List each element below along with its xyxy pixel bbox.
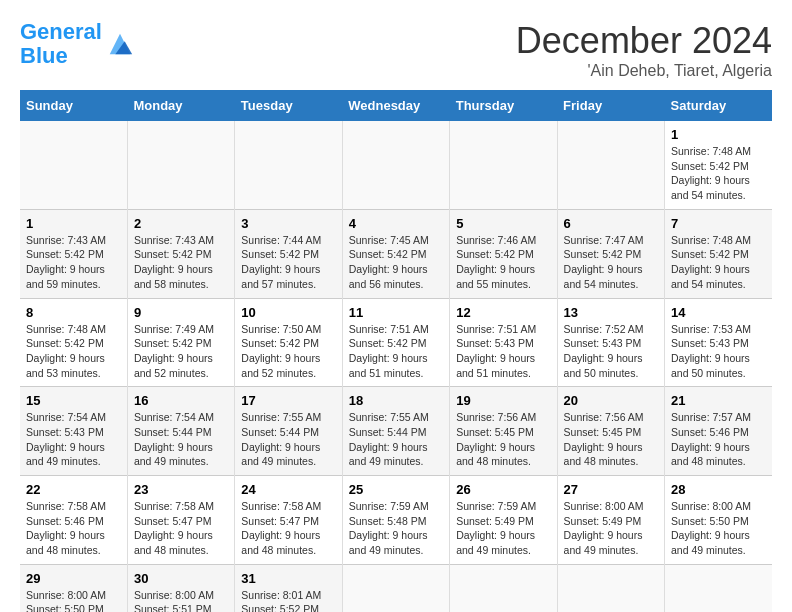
day-info: Sunrise: 7:51 AMSunset: 5:43 PMDaylight:… [456,323,536,379]
logo-icon [106,30,134,58]
calendar-cell: 31 Sunrise: 8:01 AMSunset: 5:52 PMDaylig… [235,564,342,612]
day-number: 24 [241,482,335,497]
calendar-cell: 4 Sunrise: 7:45 AMSunset: 5:42 PMDayligh… [342,209,449,298]
location-title: 'Ain Deheb, Tiaret, Algeria [516,62,772,80]
calendar-cell: 20 Sunrise: 7:56 AMSunset: 5:45 PMDaylig… [557,387,664,476]
weekday-header-wednesday: Wednesday [342,90,449,121]
calendar-cell [20,121,127,209]
weekday-header-sunday: Sunday [20,90,127,121]
calendar-cell [665,564,772,612]
calendar-cell: 11 Sunrise: 7:51 AMSunset: 5:42 PMDaylig… [342,298,449,387]
calendar-cell: 30 Sunrise: 8:00 AMSunset: 5:51 PMDaylig… [127,564,234,612]
calendar-cell: 28 Sunrise: 8:00 AMSunset: 5:50 PMDaylig… [665,476,772,565]
calendar-cell: 1 Sunrise: 7:43 AMSunset: 5:42 PMDayligh… [20,209,127,298]
day-number: 13 [564,305,658,320]
day-info: Sunrise: 7:55 AMSunset: 5:44 PMDaylight:… [349,411,429,467]
day-info: Sunrise: 7:58 AMSunset: 5:46 PMDaylight:… [26,500,106,556]
day-info: Sunrise: 7:54 AMSunset: 5:44 PMDaylight:… [134,411,214,467]
day-info: Sunrise: 7:58 AMSunset: 5:47 PMDaylight:… [134,500,214,556]
day-number: 31 [241,571,335,586]
day-info: Sunrise: 7:56 AMSunset: 5:45 PMDaylight:… [564,411,644,467]
day-info: Sunrise: 7:59 AMSunset: 5:48 PMDaylight:… [349,500,429,556]
day-info: Sunrise: 7:52 AMSunset: 5:43 PMDaylight:… [564,323,644,379]
page-header: GeneralBlue December 2024 'Ain Deheb, Ti… [20,20,772,80]
day-number: 1 [26,216,121,231]
logo-text: GeneralBlue [20,20,102,68]
calendar-cell: 16 Sunrise: 7:54 AMSunset: 5:44 PMDaylig… [127,387,234,476]
calendar-body: 1 Sunrise: 7:48 AMSunset: 5:42 PMDayligh… [20,121,772,612]
day-number: 10 [241,305,335,320]
day-number: 4 [349,216,443,231]
day-number: 18 [349,393,443,408]
day-info: Sunrise: 7:47 AMSunset: 5:42 PMDaylight:… [564,234,644,290]
day-info: Sunrise: 7:59 AMSunset: 5:49 PMDaylight:… [456,500,536,556]
day-number: 14 [671,305,766,320]
calendar-cell [450,564,557,612]
day-number: 8 [26,305,121,320]
calendar-cell: 2 Sunrise: 7:43 AMSunset: 5:42 PMDayligh… [127,209,234,298]
day-number: 26 [456,482,550,497]
day-number: 23 [134,482,228,497]
day-info: Sunrise: 7:50 AMSunset: 5:42 PMDaylight:… [241,323,321,379]
calendar-cell: 27 Sunrise: 8:00 AMSunset: 5:49 PMDaylig… [557,476,664,565]
day-number: 5 [456,216,550,231]
day-number: 11 [349,305,443,320]
day-number: 3 [241,216,335,231]
day-info: Sunrise: 8:00 AMSunset: 5:51 PMDaylight:… [134,589,214,612]
calendar-cell [342,564,449,612]
calendar-cell: 3 Sunrise: 7:44 AMSunset: 5:42 PMDayligh… [235,209,342,298]
day-info: Sunrise: 8:00 AMSunset: 5:49 PMDaylight:… [564,500,644,556]
day-number: 28 [671,482,766,497]
day-info: Sunrise: 7:48 AMSunset: 5:42 PMDaylight:… [671,145,751,201]
day-info: Sunrise: 7:45 AMSunset: 5:42 PMDaylight:… [349,234,429,290]
day-info: Sunrise: 7:43 AMSunset: 5:42 PMDaylight:… [134,234,214,290]
calendar-cell: 21 Sunrise: 7:57 AMSunset: 5:46 PMDaylig… [665,387,772,476]
calendar-cell [342,121,449,209]
weekday-header-tuesday: Tuesday [235,90,342,121]
day-info: Sunrise: 7:51 AMSunset: 5:42 PMDaylight:… [349,323,429,379]
calendar-cell: 9 Sunrise: 7:49 AMSunset: 5:42 PMDayligh… [127,298,234,387]
day-number: 25 [349,482,443,497]
calendar-cell: 18 Sunrise: 7:55 AMSunset: 5:44 PMDaylig… [342,387,449,476]
weekday-header-saturday: Saturday [665,90,772,121]
day-info: Sunrise: 7:48 AMSunset: 5:42 PMDaylight:… [26,323,106,379]
calendar-week-row: 1 Sunrise: 7:43 AMSunset: 5:42 PMDayligh… [20,209,772,298]
calendar-cell [235,121,342,209]
calendar-cell [127,121,234,209]
day-number: 6 [564,216,658,231]
day-number: 17 [241,393,335,408]
calendar-cell: 13 Sunrise: 7:52 AMSunset: 5:43 PMDaylig… [557,298,664,387]
calendar-cell [557,564,664,612]
day-info: Sunrise: 7:57 AMSunset: 5:46 PMDaylight:… [671,411,751,467]
calendar-cell: 12 Sunrise: 7:51 AMSunset: 5:43 PMDaylig… [450,298,557,387]
weekday-row: SundayMondayTuesdayWednesdayThursdayFrid… [20,90,772,121]
calendar-cell: 7 Sunrise: 7:48 AMSunset: 5:42 PMDayligh… [665,209,772,298]
calendar-cell: 1 Sunrise: 7:48 AMSunset: 5:42 PMDayligh… [665,121,772,209]
day-info: Sunrise: 7:53 AMSunset: 5:43 PMDaylight:… [671,323,751,379]
day-info: Sunrise: 8:00 AMSunset: 5:50 PMDaylight:… [26,589,106,612]
calendar-table: SundayMondayTuesdayWednesdayThursdayFrid… [20,90,772,612]
calendar-week-row: 29 Sunrise: 8:00 AMSunset: 5:50 PMDaylig… [20,564,772,612]
calendar-cell: 14 Sunrise: 7:53 AMSunset: 5:43 PMDaylig… [665,298,772,387]
calendar-cell: 29 Sunrise: 8:00 AMSunset: 5:50 PMDaylig… [20,564,127,612]
calendar-week-row: 8 Sunrise: 7:48 AMSunset: 5:42 PMDayligh… [20,298,772,387]
calendar-cell: 8 Sunrise: 7:48 AMSunset: 5:42 PMDayligh… [20,298,127,387]
weekday-header-monday: Monday [127,90,234,121]
calendar-cell: 10 Sunrise: 7:50 AMSunset: 5:42 PMDaylig… [235,298,342,387]
day-info: Sunrise: 7:55 AMSunset: 5:44 PMDaylight:… [241,411,321,467]
title-area: December 2024 'Ain Deheb, Tiaret, Algeri… [516,20,772,80]
day-number: 7 [671,216,766,231]
day-number: 29 [26,571,121,586]
day-info: Sunrise: 7:54 AMSunset: 5:43 PMDaylight:… [26,411,106,467]
day-number: 30 [134,571,228,586]
day-number: 15 [26,393,121,408]
calendar-cell: 6 Sunrise: 7:47 AMSunset: 5:42 PMDayligh… [557,209,664,298]
calendar-cell: 23 Sunrise: 7:58 AMSunset: 5:47 PMDaylig… [127,476,234,565]
day-number: 20 [564,393,658,408]
day-number: 2 [134,216,228,231]
weekday-header-thursday: Thursday [450,90,557,121]
calendar-header: SundayMondayTuesdayWednesdayThursdayFrid… [20,90,772,121]
day-number: 9 [134,305,228,320]
day-number: 19 [456,393,550,408]
day-number: 22 [26,482,121,497]
